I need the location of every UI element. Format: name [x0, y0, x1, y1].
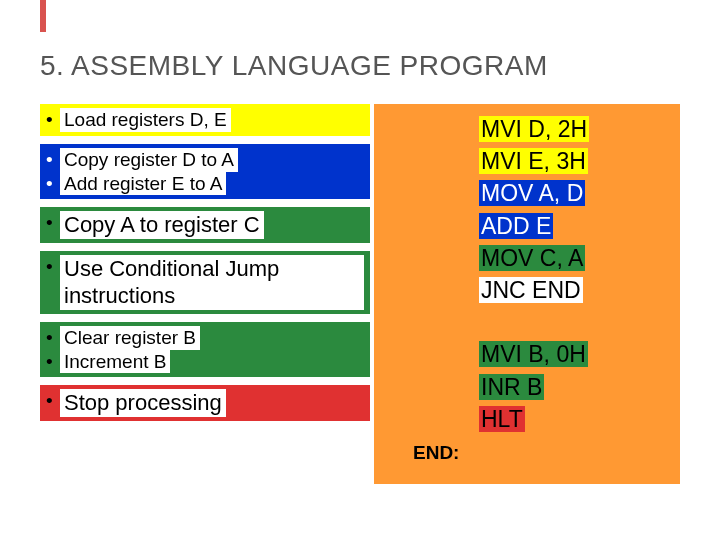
step-block-jump: • Use Conditional Jump instructions — [40, 251, 370, 314]
slide-title: 5. ASSEMBLY LANGUAGE PROGRAM — [40, 50, 680, 82]
right-column: END: MVI D, 2H MVI E, 3H MOV A, D ADD E … — [374, 104, 680, 484]
step-text: Clear register B — [60, 326, 200, 350]
list-item: • Clear register B — [46, 326, 364, 350]
bullet-dot: • — [46, 148, 52, 172]
bullet-dot: • — [46, 389, 52, 413]
list-item: • Use Conditional Jump instructions — [46, 255, 364, 310]
list-item: • Stop processing — [46, 389, 364, 417]
code-line: JNC END — [473, 274, 673, 306]
step-block-copy-c: • Copy A to register C — [40, 207, 370, 243]
slide: 5. ASSEMBLY LANGUAGE PROGRAM • Load regi… — [0, 0, 720, 540]
step-text: Copy A to register C — [60, 211, 264, 239]
code-text — [479, 309, 483, 335]
list-item: • Increment B — [46, 350, 364, 374]
list-item: • Load registers D, E — [46, 108, 364, 132]
code-text: HLT — [479, 406, 525, 432]
code-text: MVI E, 3H — [479, 148, 588, 174]
code-line — [473, 306, 673, 338]
code-text: MVI D, 2H — [479, 116, 589, 142]
code-text: MVI B, 0H — [479, 341, 588, 367]
code-column: MVI D, 2H MVI E, 3H MOV A, D ADD E MOV C… — [473, 113, 673, 435]
code-line: HLT — [473, 403, 673, 435]
code-line: MVI D, 2H — [473, 113, 673, 145]
step-text: Add register E to A — [60, 172, 226, 196]
code-line: MOV C, A — [473, 242, 673, 274]
code-line: ADD E — [473, 210, 673, 242]
code-text: MOV A, D — [479, 180, 585, 206]
end-label: END: — [413, 442, 459, 464]
list-item: • Copy register D to A — [46, 148, 364, 172]
bullet-dot: • — [46, 350, 52, 374]
code-line: MVI B, 0H — [473, 338, 673, 370]
content-row: • Load registers D, E • Copy register D … — [40, 104, 680, 484]
bullet-dot: • — [46, 211, 52, 235]
code-text: MOV C, A — [479, 245, 585, 271]
code-text: JNC END — [479, 277, 583, 303]
code-line: MVI E, 3H — [473, 145, 673, 177]
list-item: • Add register E to A — [46, 172, 364, 196]
step-block-load: • Load registers D, E — [40, 104, 370, 136]
left-column: • Load registers D, E • Copy register D … — [40, 104, 370, 484]
code-box: END: MVI D, 2H MVI E, 3H MOV A, D ADD E … — [374, 104, 680, 484]
step-text: Increment B — [60, 350, 170, 374]
list-item: • Copy A to register C — [46, 211, 364, 239]
step-block-clear-inc: • Clear register B • Increment B — [40, 322, 370, 378]
code-line: MOV A, D — [473, 177, 673, 209]
code-text: ADD E — [479, 213, 553, 239]
step-text: Stop processing — [60, 389, 226, 417]
accent-bar — [40, 0, 46, 32]
step-text: Use Conditional Jump instructions — [60, 255, 364, 310]
code-text: INR B — [479, 374, 544, 400]
bullet-dot: • — [46, 255, 52, 279]
step-block-copy-add: • Copy register D to A • Add register E … — [40, 144, 370, 200]
bullet-dot: • — [46, 108, 52, 132]
step-block-stop: • Stop processing — [40, 385, 370, 421]
step-text: Load registers D, E — [60, 108, 231, 132]
bullet-dot: • — [46, 172, 52, 196]
bullet-dot: • — [46, 326, 52, 350]
code-line: INR B — [473, 371, 673, 403]
step-text: Copy register D to A — [60, 148, 238, 172]
